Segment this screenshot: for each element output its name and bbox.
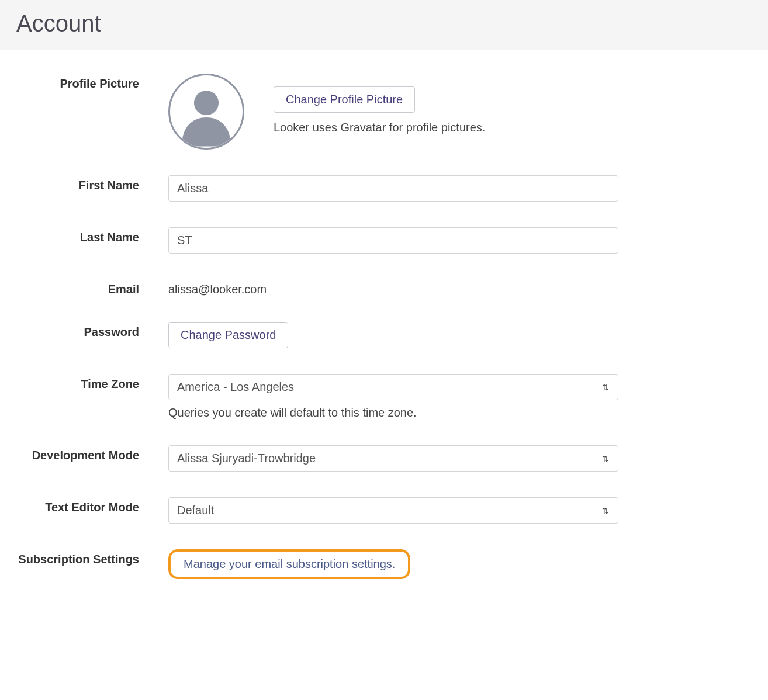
row-time-zone: Time Zone America - Los Angeles ⇅ Querie… (16, 374, 752, 420)
first-name-input[interactable] (168, 175, 618, 202)
row-text-editor-mode: Text Editor Mode Default ⇅ (16, 497, 752, 524)
svg-point-0 (194, 91, 219, 115)
label-text-editor-mode: Text Editor Mode (16, 497, 168, 514)
email-value: alissa@looker.com (168, 279, 618, 296)
development-mode-select[interactable]: Alissa Sjuryadi-Trowbridge (168, 445, 618, 472)
label-subscription-settings: Subscription Settings (16, 549, 168, 566)
row-profile-picture: Profile Picture Change Profile Picture L… (16, 74, 752, 150)
row-development-mode: Development Mode Alissa Sjuryadi-Trowbri… (16, 445, 752, 472)
row-email: Email alissa@looker.com (16, 279, 752, 296)
account-form: Profile Picture Change Profile Picture L… (0, 50, 768, 602)
label-time-zone: Time Zone (16, 374, 168, 391)
time-zone-helper: Queries you create will default to this … (168, 406, 618, 420)
label-email: Email (16, 279, 168, 296)
label-first-name: First Name (16, 175, 168, 192)
avatar-placeholder-icon (168, 74, 244, 150)
label-profile-picture: Profile Picture (16, 74, 168, 91)
row-password: Password Change Password (16, 322, 752, 348)
page-title: Account (16, 11, 752, 37)
profile-picture-helper: Looker uses Gravatar for profile picture… (274, 121, 485, 134)
last-name-input[interactable] (168, 227, 618, 254)
manage-subscription-link[interactable]: Manage your email subscription settings. (184, 557, 395, 570)
subscription-link-highlight: Manage your email subscription settings. (168, 549, 410, 579)
text-editor-mode-select[interactable]: Default (168, 497, 618, 524)
time-zone-select[interactable]: America - Los Angeles (168, 374, 618, 400)
change-password-button[interactable]: Change Password (168, 322, 288, 348)
row-first-name: First Name (16, 175, 752, 202)
page-header: Account (0, 0, 768, 50)
row-subscription-settings: Subscription Settings Manage your email … (16, 549, 752, 579)
label-last-name: Last Name (16, 227, 168, 244)
change-profile-picture-button[interactable]: Change Profile Picture (274, 86, 415, 113)
row-last-name: Last Name (16, 227, 752, 254)
label-development-mode: Development Mode (16, 445, 168, 462)
label-password: Password (16, 322, 168, 339)
